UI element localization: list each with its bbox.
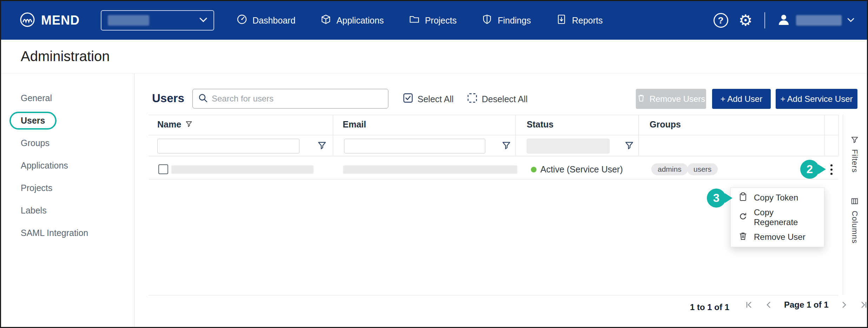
- menu-item-copy-token[interactable]: Copy Token: [731, 188, 824, 208]
- add-service-user-button[interactable]: + Add Service User: [776, 89, 857, 109]
- previous-page-icon[interactable]: [764, 300, 774, 309]
- step-2-badge: 2: [800, 160, 819, 179]
- columns-panel-tab[interactable]: Columns: [843, 197, 866, 244]
- nav-applications[interactable]: Applications: [321, 14, 384, 27]
- column-header-email[interactable]: Email: [343, 119, 366, 130]
- column-header-groups[interactable]: Groups: [650, 119, 681, 130]
- search-input[interactable]: [212, 94, 382, 104]
- column-divider: [515, 115, 516, 156]
- sidebar-item-groups[interactable]: Groups: [1, 132, 134, 154]
- admin-sidebar: General Users Groups Applications Projec…: [1, 73, 134, 327]
- step-2-arrow: [818, 164, 826, 174]
- trash-icon: [637, 94, 645, 104]
- group-chip-users: users: [687, 163, 718, 175]
- filters-funnel-icon: [851, 136, 859, 145]
- step-3-badge: 3: [707, 189, 726, 208]
- user-menu[interactable]: [777, 13, 854, 28]
- name-filter-icon[interactable]: [317, 141, 327, 151]
- remove-users-button[interactable]: Remove Users: [636, 89, 706, 109]
- step-2-annotation: 2: [800, 160, 826, 179]
- chevron-down-icon: [199, 17, 207, 24]
- sidebar-item-applications[interactable]: Applications: [1, 154, 134, 177]
- name-sort-filter-icon[interactable]: [185, 119, 192, 130]
- step-3-arrow: [725, 193, 732, 203]
- nav-projects[interactable]: Projects: [409, 14, 456, 27]
- reports-document-icon: [556, 14, 567, 27]
- row-actions-kebab-icon[interactable]: [827, 162, 836, 178]
- last-page-icon[interactable]: [859, 300, 868, 309]
- active-status-dot: [531, 167, 537, 172]
- pagination-separator: [149, 295, 839, 295]
- app-window: MEND Dashboard Applications: [0, 0, 868, 328]
- menu-item-copy-regenerate[interactable]: Copy Regenerate: [731, 208, 824, 227]
- help-icon[interactable]: ?: [714, 13, 728, 28]
- nav-reports[interactable]: Reports: [556, 14, 603, 27]
- users-main-panel: Users Select All Deselect All Remove Use…: [134, 73, 867, 327]
- column-header-status[interactable]: Status: [527, 119, 553, 130]
- gear-icon[interactable]: ⚙: [739, 13, 752, 28]
- brand-name: MEND: [41, 13, 80, 28]
- filter-row-border: [149, 156, 839, 156]
- top-navbar: MEND Dashboard Applications: [1, 1, 867, 40]
- page-indicator: Page 1 of 1: [784, 300, 829, 310]
- row-actions-context-menu: Copy Token Copy Regenerate Remove User: [730, 188, 824, 247]
- nav-projects-label: Projects: [425, 15, 456, 26]
- trash-icon: [738, 231, 748, 243]
- status-value: Active (Service User): [540, 164, 623, 175]
- right-panel-strip: Filters Columns: [843, 115, 866, 295]
- remove-users-label: Remove Users: [650, 94, 705, 104]
- deselect-all-button[interactable]: Deselect All: [467, 93, 528, 105]
- data-row-border: [149, 179, 839, 179]
- filters-panel-tab[interactable]: Filters: [843, 136, 866, 173]
- redacted-user-name-cell: [171, 165, 314, 174]
- sidebar-item-general[interactable]: General: [1, 87, 134, 109]
- findings-shield-icon: [482, 14, 492, 27]
- main-nav: Dashboard Applications Projects Findings: [237, 14, 603, 27]
- nav-findings[interactable]: Findings: [482, 14, 531, 27]
- user-chevron-down-icon: [847, 17, 854, 24]
- row-checkbox[interactable]: [158, 164, 168, 174]
- add-service-user-label: + Add Service User: [780, 94, 853, 104]
- sidebar-item-labels[interactable]: Labels: [1, 199, 134, 222]
- table-header-border: [149, 135, 839, 135]
- sidebar-item-projects[interactable]: Projects: [1, 177, 134, 199]
- next-page-icon[interactable]: [839, 300, 848, 309]
- pagination-range: 1 to 1 of 1: [690, 302, 729, 312]
- sidebar-item-users[interactable]: Users: [1, 109, 134, 132]
- column-divider: [638, 115, 639, 156]
- menu-item-remove-user[interactable]: Remove User: [731, 227, 824, 247]
- nav-dashboard[interactable]: Dashboard: [237, 14, 295, 27]
- column-header-name[interactable]: Name: [157, 119, 192, 130]
- mend-logo-icon: [19, 12, 35, 29]
- org-selector-dropdown[interactable]: [101, 10, 214, 31]
- users-highlight-ring: Users: [9, 112, 57, 130]
- projects-folder-icon: [409, 14, 420, 27]
- email-filter-icon[interactable]: [502, 141, 511, 151]
- filters-tab-label: Filters: [850, 149, 859, 173]
- table-right-border: [839, 115, 839, 156]
- first-page-icon[interactable]: [745, 300, 754, 309]
- sidebar-item-saml-integration[interactable]: SAML Integration: [1, 222, 134, 244]
- remove-user-label: Remove User: [754, 232, 805, 242]
- copy-token-label: Copy Token: [754, 193, 798, 203]
- search-icon: [198, 93, 208, 104]
- name-filter-input[interactable]: [157, 139, 300, 153]
- step-3-annotation: 3: [707, 189, 732, 208]
- select-all-button[interactable]: Select All: [403, 93, 454, 105]
- redacted-user-name: [796, 15, 842, 26]
- email-filter-input[interactable]: [344, 139, 485, 153]
- navbar-divider: [764, 12, 765, 28]
- column-divider: [824, 115, 825, 156]
- brand: MEND: [19, 12, 80, 29]
- clipboard-icon: [738, 192, 748, 203]
- regenerate-icon: [738, 212, 748, 223]
- redacted-org-name: [108, 15, 149, 26]
- dashboard-icon: [237, 14, 247, 27]
- add-user-button[interactable]: + Add User: [712, 89, 771, 109]
- users-heading: Users: [152, 92, 184, 105]
- add-user-label: + Add User: [721, 94, 762, 104]
- group-chip-admins: admins: [651, 163, 688, 175]
- nav-dashboard-label: Dashboard: [252, 15, 295, 26]
- status-filter-icon[interactable]: [625, 141, 634, 151]
- user-search-box: [192, 89, 388, 109]
